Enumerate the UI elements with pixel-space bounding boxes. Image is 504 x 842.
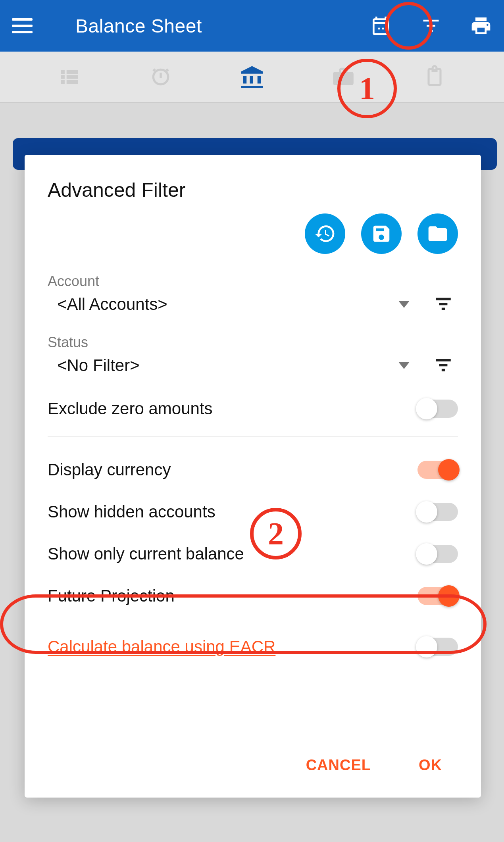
show-current-row: Show only current balance xyxy=(48,544,458,563)
status-value: <No Filter> xyxy=(48,356,398,375)
account-label: Account xyxy=(48,273,458,290)
status-filter-icon[interactable] xyxy=(433,355,453,376)
status-dropdown[interactable]: <No Filter> xyxy=(48,355,458,376)
show-hidden-label: Show hidden accounts xyxy=(48,502,215,521)
show-hidden-row: Show hidden accounts xyxy=(48,502,458,521)
account-value: <All Accounts> xyxy=(48,295,398,314)
display-currency-label: Display currency xyxy=(48,460,171,479)
page-title: Balance Sheet xyxy=(75,15,370,37)
annotation-badge-1: 1 xyxy=(337,59,397,118)
chevron-down-icon xyxy=(398,362,410,369)
menu-icon[interactable] xyxy=(12,14,36,38)
account-filter-icon[interactable] xyxy=(433,294,453,315)
account-dropdown[interactable]: <All Accounts> xyxy=(48,294,458,315)
ok-button[interactable]: OK xyxy=(419,757,442,774)
show-current-switch[interactable] xyxy=(417,545,458,563)
show-hidden-switch[interactable] xyxy=(417,503,458,521)
exclude-zero-label: Exclude zero amounts xyxy=(48,399,213,418)
folder-icon[interactable] xyxy=(417,213,458,254)
chevron-down-icon xyxy=(398,301,410,308)
cancel-button[interactable]: CANCEL xyxy=(306,757,371,774)
dialog-title: Advanced Filter xyxy=(48,179,458,202)
save-icon[interactable] xyxy=(361,213,402,254)
annotation-ellipse-future-projection xyxy=(0,594,487,654)
exclude-zero-row: Exclude zero amounts xyxy=(48,399,458,418)
divider xyxy=(48,436,458,437)
display-currency-row: Display currency xyxy=(48,460,458,479)
history-icon[interactable] xyxy=(305,213,345,254)
display-currency-switch[interactable] xyxy=(417,461,458,479)
status-label: Status xyxy=(48,334,458,351)
annotation-number-1: 1 xyxy=(340,62,394,115)
show-current-label: Show only current balance xyxy=(48,544,244,563)
annotation-number-2: 2 xyxy=(254,511,298,556)
exclude-zero-switch[interactable] xyxy=(417,400,458,418)
dialog-action-icons xyxy=(48,213,458,254)
advanced-filter-dialog: Advanced Filter Account <All Accounts> S… xyxy=(25,155,481,798)
annotation-badge-2: 2 xyxy=(250,508,302,559)
printer-icon[interactable] xyxy=(470,15,492,37)
annotation-circle-filter xyxy=(385,2,433,50)
dialog-footer: CANCEL OK xyxy=(48,745,458,782)
